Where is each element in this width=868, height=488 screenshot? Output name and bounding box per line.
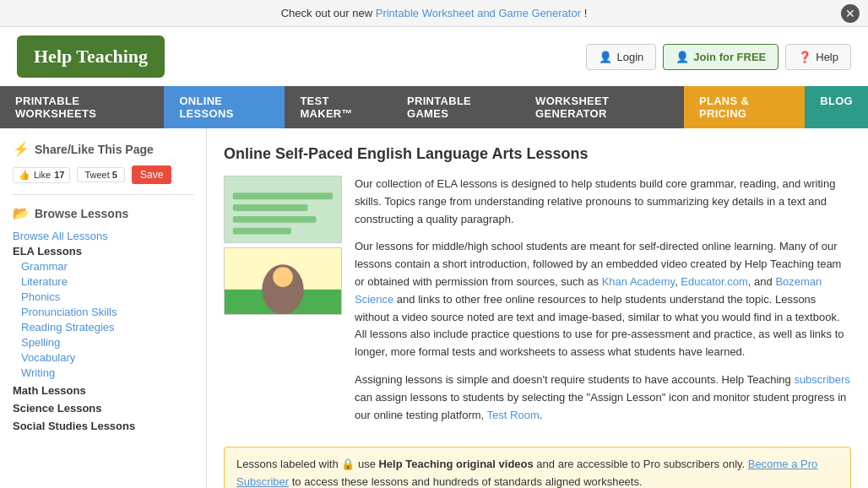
header: Help Teaching 👤 Login 👤 Join for FREE ❓ … bbox=[0, 27, 868, 86]
intro-paragraph-2: Our lessons for middle/high school stude… bbox=[355, 238, 851, 361]
nav-test-maker[interactable]: TEST MAKER™ bbox=[285, 86, 392, 128]
intro-p2-end: and links to other free online resources… bbox=[355, 293, 844, 358]
sidebar-math-lessons[interactable]: Math Lessons bbox=[13, 384, 193, 397]
khan-link[interactable]: Khan Academy bbox=[602, 275, 675, 288]
share-title: Share/Like This Page bbox=[35, 143, 154, 156]
sidebar-writing[interactable]: Writing bbox=[13, 366, 193, 379]
help-button[interactable]: ❓ Help bbox=[785, 44, 851, 70]
login-icon: 👤 bbox=[599, 51, 612, 63]
login-button[interactable]: 👤 Login bbox=[586, 44, 656, 70]
browse-section-title: 📂 Browse Lessons bbox=[13, 205, 193, 221]
pro-bold-text: Help Teaching original videos bbox=[378, 458, 533, 470]
sidebar-reading[interactable]: Reading Strategies bbox=[13, 321, 193, 333]
assign-text-2: can assign lessons to students by select… bbox=[355, 391, 846, 421]
pro-section: Lessons labeled with 🔒 use Help Teaching… bbox=[224, 447, 851, 488]
browse-title: Browse Lessons bbox=[35, 207, 128, 220]
and-text: , and bbox=[748, 275, 776, 288]
sidebar-divider bbox=[13, 194, 193, 195]
assign-text-3: . bbox=[540, 409, 543, 421]
share-section-title: ⚡ Share/Like This Page bbox=[13, 141, 193, 157]
pro-text-2: and are accessible to Pro subscribers on… bbox=[534, 458, 748, 470]
sidebar-social-studies[interactable]: Social Studies Lessons bbox=[13, 420, 193, 432]
join-icon: 👤 bbox=[675, 51, 689, 63]
logo[interactable]: Help Teaching bbox=[17, 35, 165, 78]
nav-printable-worksheets[interactable]: PRINTABLE WORKSHEETS bbox=[0, 86, 164, 128]
notification-text-end: ! bbox=[584, 7, 588, 19]
sidebar-phonics[interactable]: Phonics bbox=[13, 290, 193, 303]
assign-paragraph: Assigning lessons is simple and doesn't … bbox=[355, 371, 851, 424]
nav-worksheet-generator[interactable]: WORKSHEET GENERATOR bbox=[520, 86, 684, 128]
join-label: Join for FREE bbox=[693, 51, 766, 63]
content-area: Online Self-Paced English Language Arts … bbox=[207, 128, 868, 488]
svg-rect-3 bbox=[233, 216, 317, 223]
nav-blog[interactable]: BLOG bbox=[805, 86, 868, 128]
sidebar: ⚡ Share/Like This Page 👍 Like 17 Tweet 5… bbox=[0, 128, 207, 488]
tweet-count: 5 bbox=[112, 170, 117, 180]
sidebar-science-lessons[interactable]: Science Lessons bbox=[13, 402, 193, 415]
page-title: Online Self-Paced English Language Arts … bbox=[224, 145, 851, 163]
tweet-button[interactable]: Tweet 5 bbox=[77, 167, 125, 182]
text-content: Our collection of ELA lessons is designe… bbox=[355, 176, 851, 434]
sidebar-spelling[interactable]: Spelling bbox=[13, 336, 193, 349]
nav-plans-pricing[interactable]: PLANS & PRICING bbox=[684, 86, 805, 128]
pro-text-1: Lessons labeled with 🔒 use bbox=[236, 458, 378, 470]
sidebar-pronunciation[interactable]: Pronunciation Skills bbox=[13, 306, 193, 318]
save-button[interactable]: Save bbox=[132, 165, 171, 184]
nav-bar: PRINTABLE WORKSHEETS ONLINE LESSONS TEST… bbox=[0, 86, 868, 128]
sidebar-literature[interactable]: Literature bbox=[13, 275, 193, 288]
notification-link[interactable]: Printable Worksheet and Game Generator bbox=[376, 7, 581, 19]
svg-rect-4 bbox=[233, 228, 291, 235]
like-count: 17 bbox=[54, 170, 64, 180]
lesson-images bbox=[224, 176, 342, 434]
test-room-link[interactable]: Test Room bbox=[487, 409, 540, 421]
sidebar-ela-lessons[interactable]: ELA Lessons bbox=[13, 245, 193, 258]
like-text: Like bbox=[34, 170, 51, 180]
help-icon: ❓ bbox=[798, 51, 811, 63]
main-layout: ⚡ Share/Like This Page 👍 Like 17 Tweet 5… bbox=[0, 128, 868, 488]
header-actions: 👤 Login 👤 Join for FREE ❓ Help bbox=[586, 44, 851, 70]
help-label: Help bbox=[816, 51, 838, 63]
login-label: Login bbox=[616, 51, 643, 63]
sidebar-grammar[interactable]: Grammar bbox=[13, 260, 193, 273]
share-icon: ⚡ bbox=[13, 141, 30, 157]
lesson-image-2 bbox=[224, 247, 342, 315]
close-button[interactable]: ✕ bbox=[841, 4, 860, 23]
share-actions: 👍 Like 17 Tweet 5 Save bbox=[13, 165, 193, 184]
join-button[interactable]: 👤 Join for FREE bbox=[663, 44, 778, 70]
svg-rect-1 bbox=[233, 192, 333, 199]
content-intro: Our collection of ELA lessons is designe… bbox=[224, 176, 851, 434]
tweet-label: Tweet bbox=[84, 170, 109, 180]
intro-paragraph-1: Our collection of ELA lessons is designe… bbox=[355, 176, 851, 228]
folder-icon: 📂 bbox=[13, 205, 30, 221]
lesson-image-1 bbox=[224, 176, 342, 243]
subscribers-link[interactable]: subscribers bbox=[794, 373, 849, 386]
nav-printable-games[interactable]: PRINTABLE GAMES bbox=[392, 86, 520, 128]
pro-text-3: to access these lessons and hundreds of … bbox=[289, 475, 642, 488]
educator-link[interactable]: Educator.com bbox=[681, 275, 748, 288]
notification-bar: Check out our new Printable Worksheet an… bbox=[0, 0, 868, 27]
svg-rect-2 bbox=[233, 204, 308, 211]
logo-text: Help Teaching bbox=[34, 46, 148, 67]
sidebar-vocabulary[interactable]: Vocabulary bbox=[13, 351, 193, 364]
svg-point-8 bbox=[273, 267, 293, 287]
nav-online-lessons[interactable]: ONLINE LESSONS bbox=[164, 86, 285, 128]
assign-text: Assigning lessons is simple and doesn't … bbox=[355, 373, 794, 386]
browse-all-link[interactable]: Browse All Lessons bbox=[13, 230, 193, 242]
thumb-icon: 👍 bbox=[19, 170, 30, 181]
notification-text: Check out our new bbox=[281, 7, 376, 19]
facebook-like[interactable]: 👍 Like 17 bbox=[13, 167, 70, 183]
